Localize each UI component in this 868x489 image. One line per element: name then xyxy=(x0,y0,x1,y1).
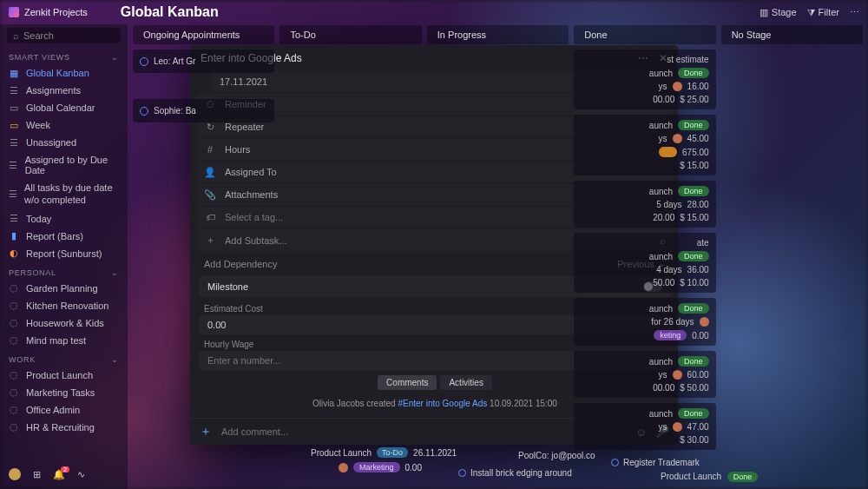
project-icon: ◌ xyxy=(9,370,19,380)
status-todo-chip: To-Do xyxy=(377,447,408,458)
project-icon: ◌ xyxy=(9,405,19,415)
sidebar: ⌕ Search SMART VIEWS ⌄ ▦Global Kanban ☰A… xyxy=(0,24,128,489)
assignee-avatar xyxy=(673,370,682,380)
tag-marketing-chip: keting xyxy=(654,330,687,340)
status-done-chip: Done xyxy=(678,251,709,261)
nav-garden[interactable]: ◌Garden Planning xyxy=(0,280,128,297)
card-sophie[interactable]: Sophie: Ba xyxy=(133,99,274,122)
app-brand[interactable]: Zenkit Projects xyxy=(9,7,88,17)
columns-icon: ▥ xyxy=(760,7,768,18)
nav-week[interactable]: ▭Week xyxy=(0,116,128,134)
section-label: PERSONAL xyxy=(9,268,56,277)
app-logo xyxy=(9,7,19,17)
nav-assignments[interactable]: ☰Assignments xyxy=(0,82,128,99)
list-icon: ☰ xyxy=(9,189,17,200)
list-icon: ☰ xyxy=(9,160,18,170)
nav-assigned-due[interactable]: ☰Assigned to by Due Date xyxy=(0,151,128,179)
status-done-chip: Done xyxy=(678,186,709,196)
notification-count: 2 xyxy=(61,466,69,472)
project-icon: ◌ xyxy=(9,387,19,398)
user-avatar[interactable] xyxy=(9,468,21,480)
radio-icon xyxy=(140,107,148,116)
nav-unassigned[interactable]: ☰Unassigned xyxy=(0,134,128,151)
assignee-avatar xyxy=(673,82,682,91)
tag-marketing-chip: Marketing xyxy=(353,462,400,472)
assignee-avatar xyxy=(673,422,682,432)
radio-icon xyxy=(611,459,619,466)
nav-housework[interactable]: ◌Housework & Kids xyxy=(0,314,128,332)
status-done-chip: Done xyxy=(678,68,709,78)
status-done-chip: Done xyxy=(678,356,709,367)
notifications-icon[interactable]: 🔔2 xyxy=(53,469,65,480)
kanban-board: Ongoing Appointments Leo: Art Gr Sophie:… xyxy=(128,25,868,489)
assignee-avatar xyxy=(673,134,682,143)
nav-global-calendar[interactable]: ▭Global Calendar xyxy=(0,99,128,116)
chevron-down-icon: ⌄ xyxy=(111,268,119,277)
card-fragment: Install brick edging around xyxy=(458,468,572,478)
nav-global-kanban[interactable]: ▦Global Kanban xyxy=(0,64,128,82)
stage-button[interactable]: ▥ Stage xyxy=(760,7,797,18)
project-icon: ◌ xyxy=(9,301,19,311)
search-placeholder: Search xyxy=(23,30,54,41)
radio-icon xyxy=(140,57,148,66)
project-icon: ◌ xyxy=(9,422,19,433)
list-icon: ☰ xyxy=(9,214,19,224)
tag-chip xyxy=(659,147,678,157)
bars-icon: ▮ xyxy=(9,231,19,241)
filter-label: Filter xyxy=(819,7,839,17)
project-icon: ◌ xyxy=(9,318,19,328)
status-done-chip: Done xyxy=(678,120,709,130)
card-fragment: Marketing 0.00 xyxy=(339,462,422,472)
calendar-icon: ▭ xyxy=(9,102,19,113)
activity-icon[interactable]: ∿ xyxy=(77,469,85,480)
app-name: Zenkit Projects xyxy=(24,7,88,17)
section-work[interactable]: WORK ⌄ xyxy=(0,349,128,367)
nav-all-tasks[interactable]: ☰All tasks by due date w/o completed xyxy=(0,179,128,210)
sunburst-icon: ◐ xyxy=(9,248,19,259)
funnel-icon: ⧩ xyxy=(807,7,815,18)
column-done[interactable]: Done xyxy=(574,25,715,44)
section-smart-views[interactable]: SMART VIEWS ⌄ xyxy=(0,47,128,64)
more-menu[interactable]: ⋯ xyxy=(850,7,859,18)
project-icon: ◌ xyxy=(9,335,19,346)
section-label: WORK xyxy=(9,355,36,364)
status-done-chip: Done xyxy=(727,472,759,482)
status-done-chip: Done xyxy=(678,303,709,314)
nav-office-admin[interactable]: ◌Office Admin xyxy=(0,401,128,419)
card-fragment: Register Trademark xyxy=(611,458,700,467)
chevron-down-icon: ⌄ xyxy=(111,53,119,62)
week-icon: ▭ xyxy=(9,120,19,130)
card-fragment: Product Launch To-Do 26.11.2021 xyxy=(311,447,457,458)
filter-button[interactable]: ⧩ Filter xyxy=(807,7,839,18)
nav-product-launch[interactable]: ◌Product Launch xyxy=(0,367,128,384)
nav-marketing-tasks[interactable]: ◌Marketing Tasks xyxy=(0,384,128,401)
column-ongoing[interactable]: Ongoing Appointments xyxy=(133,25,274,44)
section-label: SMART VIEWS xyxy=(9,53,70,62)
section-personal[interactable]: PERSONAL ⌄ xyxy=(0,262,128,280)
project-icon: ◌ xyxy=(9,283,19,294)
search-input[interactable]: ⌕ Search xyxy=(7,28,121,43)
nav-mindmap[interactable]: ◌Mind map test xyxy=(0,332,128,349)
list-icon: ☰ xyxy=(9,85,19,96)
stage-label: Stage xyxy=(772,7,797,17)
nav-kitchen[interactable]: ◌Kitchen Renovation xyxy=(0,297,128,314)
card-fragment: Product Launch Done xyxy=(661,472,758,482)
nav-hr[interactable]: ◌HR & Recruiting xyxy=(0,419,128,436)
assignee-avatar xyxy=(700,317,709,327)
chevron-down-icon: ⌄ xyxy=(111,355,119,364)
nav-report-bars[interactable]: ▮Report (Bars) xyxy=(0,228,128,245)
search-icon: ⌕ xyxy=(13,30,19,41)
column-nostage[interactable]: No Stage xyxy=(721,25,863,44)
column-inprogress[interactable]: In Progress xyxy=(427,25,569,44)
radio-icon xyxy=(458,469,466,477)
kanban-icon: ▦ xyxy=(9,68,19,78)
assignee-avatar xyxy=(339,463,348,472)
nav-today[interactable]: ☰Today xyxy=(0,210,128,228)
column-todo[interactable]: To-Do xyxy=(279,25,421,44)
nav-report-sunburst[interactable]: ◐Report (Sunburst) xyxy=(0,245,128,262)
card-fragment: PoolCo: jo@pool.co xyxy=(518,451,595,460)
card-leo[interactable]: Leo: Art Gr xyxy=(133,50,274,73)
status-done-chip: Done xyxy=(678,408,709,419)
page-title: Global Kanban xyxy=(121,4,219,20)
apps-icon[interactable]: ⊞ xyxy=(33,469,41,480)
